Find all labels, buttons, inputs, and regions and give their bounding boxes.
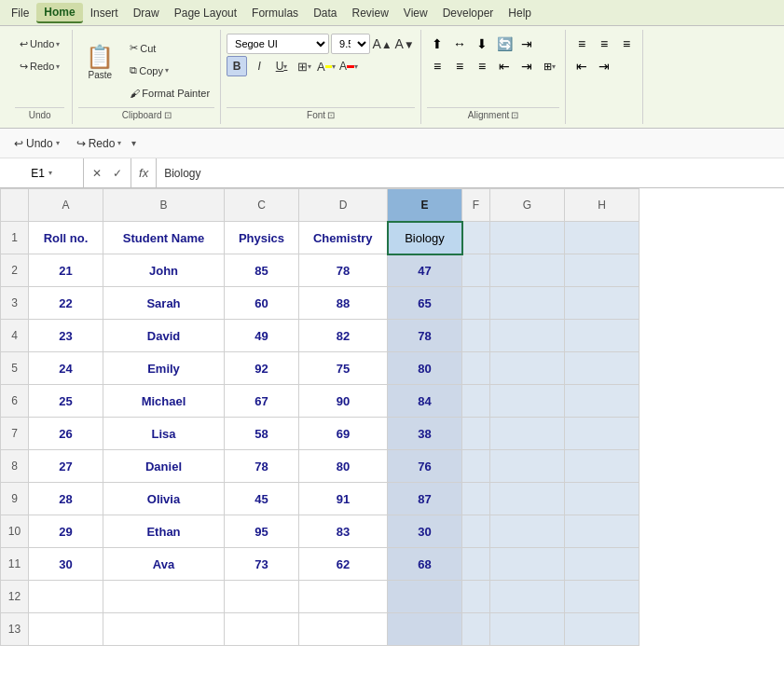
undo-dropdown-arrow[interactable]: ▾ <box>56 40 60 48</box>
cell-12-F[interactable] <box>462 581 490 613</box>
cell-5-G[interactable] <box>490 352 565 385</box>
cell-4-D[interactable]: 82 <box>299 320 388 352</box>
confirm-formula-button[interactable]: ✓ <box>108 164 127 183</box>
cell-10-B[interactable]: Ethan <box>103 515 225 548</box>
extra-btn2[interactable]: ≡ <box>594 34 614 54</box>
cell-3-C[interactable]: 60 <box>225 287 299 320</box>
cell-8-C[interactable]: 78 <box>225 450 299 483</box>
col-header-H[interactable]: H <box>565 189 640 222</box>
cell-8-D[interactable]: 80 <box>299 450 388 483</box>
cell-10-F[interactable] <box>462 515 490 548</box>
borders-button[interactable]: ⊞▾ <box>294 56 314 76</box>
extra-btn1[interactable]: ≡ <box>571 34 592 54</box>
cell-13-A[interactable] <box>29 613 103 646</box>
cell-9-G[interactable] <box>490 483 565 515</box>
cell-13-E[interactable] <box>388 613 462 646</box>
quick-redo-button[interactable]: ↪ Redo ▾ <box>70 134 129 153</box>
cell-11-C[interactable]: 73 <box>225 548 299 581</box>
cell-4-C[interactable]: 49 <box>225 320 299 352</box>
cell-1-E[interactable]: Biology <box>388 222 462 254</box>
cell-9-A[interactable]: 28 <box>29 483 103 515</box>
cell-5-A[interactable]: 24 <box>29 352 103 385</box>
cell-11-E[interactable]: 68 <box>388 548 462 581</box>
cell-11-F[interactable] <box>462 548 490 581</box>
cell-12-H[interactable] <box>565 581 640 613</box>
font-size-select[interactable]: 9.5 <box>331 34 370 54</box>
cell-3-A[interactable]: 22 <box>29 287 103 320</box>
col-header-G[interactable]: G <box>490 189 565 222</box>
cell-2-E[interactable]: 47 <box>388 254 462 287</box>
row-header-3[interactable]: 3 <box>1 287 29 320</box>
cell-6-H[interactable] <box>565 385 640 418</box>
quick-undo-button[interactable]: ↩ Undo ▾ <box>7 134 66 153</box>
menu-view[interactable]: View <box>396 4 435 22</box>
cell-6-B[interactable]: Michael <box>103 385 225 418</box>
cell-8-H[interactable] <box>565 450 640 483</box>
formula-input[interactable] <box>157 163 784 184</box>
cell-1-D[interactable]: Chemistry <box>299 222 388 254</box>
menu-page-layout[interactable]: Page Layout <box>167 4 244 22</box>
cell-4-G[interactable] <box>490 320 565 352</box>
decrease-font-button[interactable]: A▼ <box>394 34 415 54</box>
cell-1-B[interactable]: Student Name <box>103 222 225 254</box>
cell-10-G[interactable] <box>490 515 565 548</box>
font-expand-icon[interactable]: ⊡ <box>327 110 335 120</box>
cell-4-B[interactable]: David <box>103 320 225 352</box>
underline-dropdown-arrow[interactable]: ▾ <box>283 62 287 71</box>
cell-10-C[interactable]: 95 <box>225 515 299 548</box>
increase-indent-button[interactable]: ⇥ <box>516 56 537 76</box>
cell-4-E[interactable]: 78 <box>388 320 462 352</box>
decrease-indent-button[interactable]: ⇤ <box>494 56 515 76</box>
increase-font-button[interactable]: A▲ <box>372 34 392 54</box>
cell-10-A[interactable]: 29 <box>29 515 103 548</box>
row-header-10[interactable]: 10 <box>1 515 29 548</box>
cell-1-A[interactable]: Roll no. <box>29 222 103 254</box>
cell-ref-dropdown-arrow[interactable]: ▾ <box>48 169 52 177</box>
cell-5-C[interactable]: 92 <box>225 352 299 385</box>
paste-button[interactable]: 📋 Paste <box>78 34 121 89</box>
menu-help[interactable]: Help <box>501 4 539 22</box>
font-name-select[interactable]: Segoe UI <box>227 34 329 54</box>
copy-button[interactable]: ⧉ Copy ▾ <box>125 61 214 81</box>
cell-6-E[interactable]: 84 <box>388 385 462 418</box>
cell-10-E[interactable]: 30 <box>388 515 462 548</box>
cell-2-D[interactable]: 78 <box>299 254 388 287</box>
col-header-B[interactable]: B <box>103 189 225 222</box>
redo-button[interactable]: ↪ Redo ▾ <box>15 56 64 76</box>
cell-12-G[interactable] <box>490 581 565 613</box>
cell-11-B[interactable]: Ava <box>103 548 225 581</box>
cell-2-H[interactable] <box>565 254 640 287</box>
cell-6-F[interactable] <box>462 385 490 418</box>
cell-1-F[interactable] <box>462 222 490 254</box>
menu-developer[interactable]: Developer <box>435 4 502 22</box>
cell-1-H[interactable] <box>565 222 640 254</box>
quick-redo-arrow[interactable]: ▾ <box>117 139 121 147</box>
menu-data[interactable]: Data <box>306 4 344 22</box>
cell-6-G[interactable] <box>490 385 565 418</box>
text-orientation-button[interactable]: 🔄 <box>494 34 515 54</box>
cell-3-G[interactable] <box>490 287 565 320</box>
cell-9-B[interactable]: Olivia <box>103 483 225 515</box>
cancel-formula-button[interactable]: ✕ <box>88 164 106 183</box>
row-header-6[interactable]: 6 <box>1 385 29 418</box>
cell-2-A[interactable]: 21 <box>29 254 103 287</box>
menu-insert[interactable]: Insert <box>83 4 126 22</box>
align-top-button[interactable]: ⬆ <box>427 34 447 54</box>
cell-6-D[interactable]: 90 <box>299 385 388 418</box>
underline-button[interactable]: U ▾ <box>271 56 292 76</box>
bold-button[interactable]: B <box>227 56 247 76</box>
menu-home[interactable]: Home <box>36 3 82 23</box>
redo-dropdown-arrow[interactable]: ▾ <box>56 62 60 71</box>
cell-4-H[interactable] <box>565 320 640 352</box>
alignment-expand-icon[interactable]: ⊡ <box>511 110 518 120</box>
cell-10-D[interactable]: 83 <box>299 515 388 548</box>
row-header-1[interactable]: 1 <box>1 222 29 254</box>
cell-3-F[interactable] <box>462 287 490 320</box>
cell-9-H[interactable] <box>565 483 640 515</box>
cell-4-A[interactable]: 23 <box>29 320 103 352</box>
cell-2-F[interactable] <box>462 254 490 287</box>
cell-7-B[interactable]: Lisa <box>103 418 225 450</box>
merge-cells-button[interactable]: ⊞▾ <box>539 56 559 76</box>
cell-11-D[interactable]: 62 <box>299 548 388 581</box>
cell-3-E[interactable]: 65 <box>388 287 462 320</box>
